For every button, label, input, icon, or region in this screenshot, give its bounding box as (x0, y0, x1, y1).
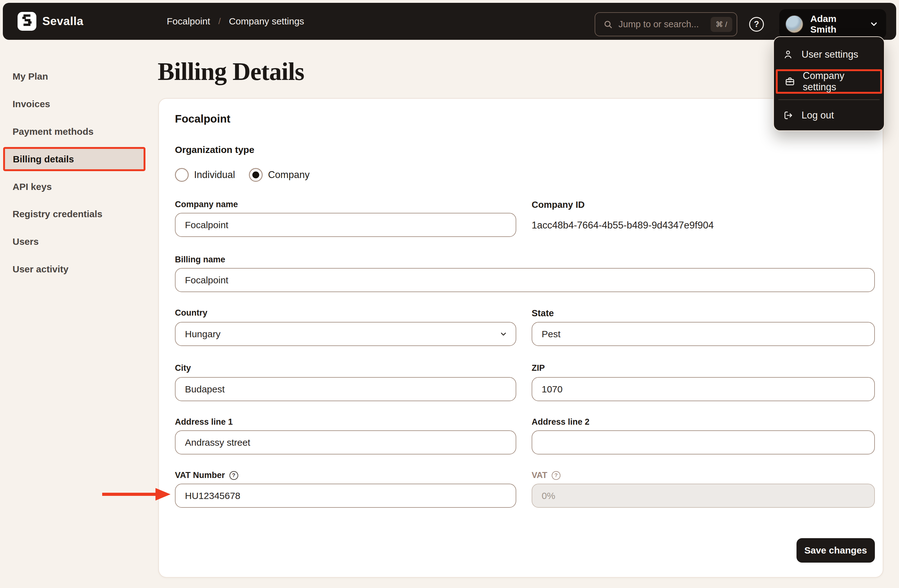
sidebar-item-my-plan[interactable]: My Plan (12, 71, 48, 82)
billing-details-page: { "topbar": { "brand": "Sevalla", "bread… (0, 0, 899, 588)
sidebar-item-registry-credentials[interactable]: Registry credentials (12, 209, 102, 219)
user-menu-button[interactable]: Adam Smith (779, 9, 886, 39)
menu-divider (779, 99, 880, 100)
sidebar-item-payment-methods[interactable]: Payment methods (12, 126, 93, 137)
vat-label: VAT ? (531, 471, 561, 480)
company-name-input[interactable] (175, 213, 516, 237)
state-input[interactable] (531, 322, 875, 346)
sidebar-item-users[interactable]: Users (12, 236, 39, 247)
sidebar-item-user-activity[interactable]: User activity (12, 264, 68, 275)
top-navigation-bar: Sevalla Focalpoint / Company settings ⌘ … (3, 3, 896, 40)
vat-label-text: VAT (531, 471, 547, 480)
search-icon (603, 20, 613, 29)
chevron-down-icon (499, 330, 508, 338)
radio-selected-dot (252, 171, 259, 178)
vat-input (531, 484, 875, 508)
address-line-1-input[interactable] (175, 431, 516, 454)
company-id-value: 1acc48b4-7664-4b55-b489-9d4347e9f904 (531, 220, 714, 231)
address-line-2-input[interactable] (531, 431, 875, 454)
company-card-title: Focalpoint (175, 113, 230, 125)
user-name: Adam Smith (810, 14, 862, 35)
billing-details-card: Focalpoint Organization type Individual … (158, 98, 884, 578)
address-line-1-label: Address line 1 (175, 417, 233, 427)
chevron-down-icon (869, 19, 879, 29)
organization-type-radio-group: Individual Company (175, 168, 310, 182)
menu-item-label: Company settings (803, 70, 873, 93)
radio-company-label[interactable]: Company (268, 169, 310, 181)
address-line-2-label: Address line 2 (531, 417, 590, 427)
city-input[interactable] (175, 377, 516, 401)
menu-item-label: Log out (802, 110, 834, 121)
radio-individual-label[interactable]: Individual (194, 169, 235, 181)
city-label: City (175, 363, 191, 373)
country-select[interactable]: Hungary (175, 322, 516, 346)
company-name-label: Company name (175, 200, 238, 209)
sidebar-item-billing-details[interactable]: Billing details (3, 147, 145, 171)
radio-individual[interactable] (175, 168, 189, 182)
sidebar-item-api-keys[interactable]: API keys (12, 182, 52, 192)
help-button[interactable]: ? (749, 17, 764, 32)
zip-input[interactable] (531, 377, 875, 401)
briefcase-icon (785, 76, 795, 87)
save-changes-button[interactable]: Save changes (797, 538, 875, 563)
country-label: Country (175, 308, 207, 318)
state-label: State (531, 308, 554, 318)
user-icon (783, 49, 793, 60)
menu-item-user-settings[interactable]: User settings (779, 42, 880, 67)
zip-label: ZIP (531, 363, 545, 373)
breadcrumb-separator: / (218, 16, 221, 26)
menu-item-company-settings[interactable]: Company settings (776, 69, 882, 94)
breadcrumb: Focalpoint / Company settings (167, 3, 304, 40)
sidebar-item-label: Billing details (13, 154, 74, 165)
avatar (785, 15, 803, 33)
menu-item-label: User settings (802, 49, 858, 60)
vat-number-help-icon[interactable]: ? (229, 471, 238, 480)
sidebar-item-invoices[interactable]: Invoices (12, 99, 50, 110)
annotation-arrow (100, 487, 171, 502)
company-id-label: Company ID (531, 200, 585, 210)
vat-number-input[interactable] (175, 484, 516, 508)
menu-item-log-out[interactable]: Log out (779, 103, 880, 128)
global-search[interactable]: ⌘ / (595, 12, 737, 36)
billing-name-input[interactable] (175, 268, 875, 292)
brand-name: Sevalla (42, 3, 83, 40)
breadcrumb-project[interactable]: Focalpoint (167, 16, 210, 27)
billing-name-label: Billing name (175, 255, 226, 264)
breadcrumb-section[interactable]: Company settings (229, 16, 304, 27)
search-shortcut-badge: ⌘ / (711, 17, 732, 32)
vat-number-label-text: VAT Number (175, 471, 225, 480)
vat-help-icon[interactable]: ? (552, 471, 561, 480)
organization-type-label: Organization type (175, 145, 254, 155)
help-icon: ? (754, 19, 759, 29)
user-dropdown-menu: User settings Company settings Log out (773, 36, 885, 131)
sevalla-logo-icon (21, 14, 33, 28)
radio-company[interactable] (249, 168, 263, 182)
page-title: Billing Details (158, 57, 304, 86)
vat-number-label: VAT Number ? (175, 471, 238, 480)
sevalla-logo[interactable] (17, 12, 36, 31)
country-value: Hungary (185, 329, 220, 340)
logout-icon (783, 110, 793, 121)
search-input[interactable] (618, 19, 705, 29)
